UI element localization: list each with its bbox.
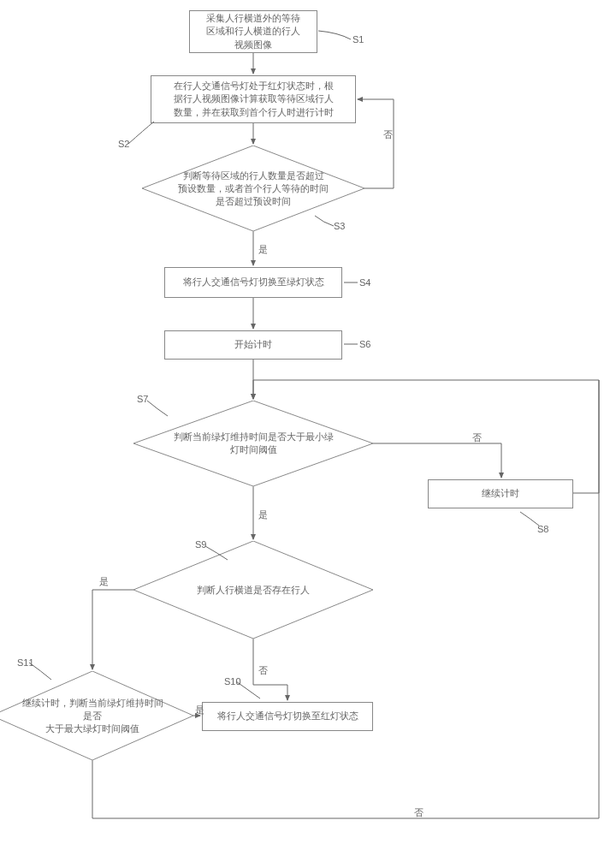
node-s11-text: 继续计时，判断当前绿灯维持时间是否 大于最大绿灯时间阈值	[20, 697, 165, 735]
node-s8-text: 继续计时	[482, 487, 519, 500]
label-s6: S6	[359, 339, 370, 349]
label-s4: S4	[359, 277, 370, 288]
label-s1: S1	[352, 34, 364, 45]
edge-s9-yes: 是	[99, 575, 109, 588]
label-s11: S11	[17, 657, 34, 668]
edge-s3-yes: 是	[258, 243, 268, 256]
node-s10-text: 将行人交通信号灯切换至红灯状态	[217, 710, 358, 722]
node-s4-text: 将行人交通信号灯切换至绿灯状态	[183, 276, 324, 288]
label-s3: S3	[334, 221, 345, 231]
node-s7-text: 判断当前绿灯维持时间是否大于最小绿 灯时间阈值	[157, 431, 349, 456]
edge-s7-no: 否	[472, 431, 482, 444]
node-s7: 判断当前绿灯维持时间是否大于最小绿 灯时间阈值	[133, 401, 373, 486]
label-s9: S9	[195, 539, 206, 550]
label-s2: S2	[118, 139, 129, 149]
label-s7: S7	[137, 394, 148, 404]
node-s2: 在行人交通信号灯处于红灯状态时，根 据行人视频图像计算获取等待区域行人 数量，并…	[151, 75, 356, 123]
node-s4: 将行人交通信号灯切换至绿灯状态	[164, 267, 342, 298]
node-s6-text: 开始计时	[234, 338, 272, 351]
edge-s11-yes: 是	[195, 704, 204, 716]
node-s10: 将行人交通信号灯切换至红灯状态	[202, 702, 373, 731]
node-s1: 采集人行横道外的等待 区域和行人横道的行人 视频图像	[189, 10, 317, 53]
node-s2-text: 在行人交通信号灯处于红灯状态时，根 据行人视频图像计算获取等待区域行人 数量，并…	[174, 80, 334, 119]
node-s3-text: 判断等待区域的行人数量是否超过 预设数量，或者首个行人等待的时间 是否超过预设时…	[164, 169, 342, 208]
node-s8: 继续计时	[428, 479, 573, 508]
node-s6: 开始计时	[164, 330, 342, 360]
node-s9-text: 判断人行横道是否存在行人	[157, 584, 349, 597]
edge-s3-no: 否	[383, 128, 393, 141]
node-s9: 判断人行横道是否存在行人	[133, 541, 373, 639]
label-s10: S10	[224, 676, 241, 687]
edge-s9-no: 否	[258, 664, 268, 677]
edge-s11-no: 否	[414, 806, 424, 819]
edge-s7-yes: 是	[258, 508, 268, 521]
label-s8: S8	[537, 524, 548, 534]
node-s1-text: 采集人行横道外的等待 区域和行人横道的行人 视频图像	[206, 12, 300, 51]
node-s11: 继续计时，判断当前绿灯维持时间是否 大于最大绿灯时间阈值	[0, 671, 193, 760]
node-s3: 判断等待区域的行人数量是否超过 预设数量，或者首个行人等待的时间 是否超过预设时…	[142, 146, 364, 231]
